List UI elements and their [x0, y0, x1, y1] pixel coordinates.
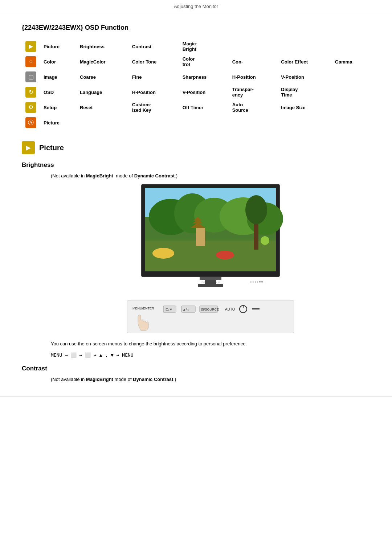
- menu-label: OSD: [40, 85, 76, 100]
- table-cell: Con-: [229, 54, 278, 69]
- page-footer-divider: [0, 397, 392, 397]
- control-bar-image: MENU/ENTER ⊡/▼ ▲/☼ ⊡/SOURCE AUTO: [127, 300, 294, 333]
- contrast-content: (Not available in MagicBright mode of Dy…: [22, 377, 370, 382]
- brightness-section: Brightness (Not available in MagicBright…: [22, 161, 370, 358]
- magic-bright-bold: MagicBright: [86, 173, 113, 178]
- osd-icon: ↻: [25, 87, 36, 98]
- table-cell: H-Position: [229, 69, 278, 85]
- svg-rect-34: [252, 308, 260, 309]
- svg-text:▲/☼: ▲/☼: [183, 308, 190, 311]
- dynamic-contrast-bold2: Dynamic Contrast: [133, 377, 173, 382]
- table-row: ⚙ Setup Reset Custom-ized Key Off Timer …: [22, 100, 370, 115]
- header-title: Adjusting the Monitor: [174, 4, 218, 9]
- menu-label: Image: [40, 69, 76, 85]
- picture-icon: ▶: [25, 41, 36, 52]
- svg-rect-9: [196, 228, 205, 246]
- table-cell: [277, 39, 331, 54]
- brightness-content: (Not available in MagicBright mode of Dy…: [22, 173, 370, 358]
- page-header: Adjusting the Monitor: [0, 0, 392, 13]
- table-cell: Custom-ized Key: [128, 100, 179, 115]
- contrast-note: (Not available in MagicBright mode of Dy…: [51, 377, 370, 382]
- menu-label: Setup: [40, 100, 76, 115]
- dynamic-contrast-bold: Dynamic Contrast: [134, 173, 175, 178]
- svg-text:AUTO: AUTO: [225, 307, 235, 311]
- table-cell: Brightness: [76, 39, 128, 54]
- svg-rect-19: [200, 277, 221, 280]
- table-cell: Color Effect: [277, 54, 331, 69]
- brightness-menu-path: MENU → ⬜ → ⬜ → ▲ , ▼ → MENU: [51, 352, 370, 358]
- svg-point-15: [152, 248, 174, 259]
- table-row: ▶ Picture Brightness Contrast Magic-Brig…: [22, 39, 370, 54]
- svg-text:— ● ● ● ● ■ ■ —: — ● ● ● ● ■ ■ —: [247, 280, 266, 283]
- table-cell: Fine: [128, 69, 179, 85]
- setup-icon: ⚙: [25, 102, 36, 113]
- menu-label: Picture: [40, 39, 76, 54]
- table-cell: DisplayTime: [277, 85, 331, 100]
- picture-section-title: Picture: [39, 144, 64, 152]
- picture-section-header: ▶ Picture: [22, 141, 370, 154]
- table-cell: Transpar-ency: [229, 85, 278, 100]
- info-icon: Ⓐ: [25, 117, 36, 128]
- color-icon: ○: [25, 56, 36, 67]
- table-cell: Contrast: [128, 39, 179, 54]
- table-row: ↻ OSD Language H-Position V-Position Tra…: [22, 85, 370, 100]
- svg-point-16: [216, 251, 234, 259]
- magic-bright-bold2: MagicBright: [86, 377, 113, 382]
- table-cell: Sharpness: [179, 69, 229, 85]
- table-cell: Magic-Bright: [179, 39, 229, 54]
- table-cell: Color Tone: [128, 54, 179, 69]
- table-cell: Gamma: [331, 54, 370, 69]
- osd-section-title: {2243EW/2243EWX} OSD Function: [22, 24, 370, 32]
- brightness-title: Brightness: [22, 161, 370, 169]
- table-cell: Language: [76, 85, 128, 100]
- table-cell: MagicColor: [76, 54, 128, 69]
- table-cell: H-Position: [128, 85, 179, 100]
- table-cell: Colortrol: [179, 54, 229, 69]
- table-cell: [229, 39, 278, 54]
- menu-label: Picture: [40, 115, 76, 130]
- svg-text:⊡/▼: ⊡/▼: [166, 308, 172, 311]
- table-cell: Coarse: [76, 69, 128, 85]
- table-cell: V-Position: [277, 69, 331, 85]
- table-cell: AutoSource: [229, 100, 278, 115]
- table-cell: V-Position: [179, 85, 229, 100]
- svg-rect-23: [127, 300, 294, 333]
- svg-text:⊡/SOURCE: ⊡/SOURCE: [201, 308, 219, 311]
- table-cell: Image Size: [277, 100, 331, 115]
- svg-point-14: [245, 195, 267, 224]
- image-icon: ▢: [25, 71, 36, 82]
- contrast-title: Contrast: [22, 365, 370, 372]
- monitor-image: SAMSUNG — ● ● ● ● ■ ■ —: [134, 184, 287, 297]
- table-cell: Off Timer: [179, 100, 229, 115]
- table-row: ▢ Image Coarse Fine Sharpness H-Position…: [22, 69, 370, 85]
- brightness-description: You can use the on-screen menus to chang…: [51, 340, 370, 348]
- osd-table: ▶ Picture Brightness Contrast Magic-Brig…: [22, 39, 370, 130]
- menu-label: Color: [40, 54, 76, 69]
- picture-section-icon: ▶: [22, 141, 35, 154]
- table-row: Ⓐ Picture: [22, 115, 370, 130]
- svg-text:MENU/ENTER: MENU/ENTER: [132, 307, 154, 310]
- contrast-section: Contrast (Not available in MagicBright m…: [22, 365, 370, 382]
- svg-point-17: [261, 236, 269, 245]
- main-content: {2243EW/2243EWX} OSD Function ▶ Picture …: [0, 24, 392, 382]
- brightness-note: (Not available in MagicBright mode of Dy…: [51, 173, 370, 178]
- svg-rect-22: [198, 284, 223, 287]
- table-cell: Reset: [76, 100, 128, 115]
- table-row: ○ Color MagicColor Color Tone Colortrol …: [22, 54, 370, 69]
